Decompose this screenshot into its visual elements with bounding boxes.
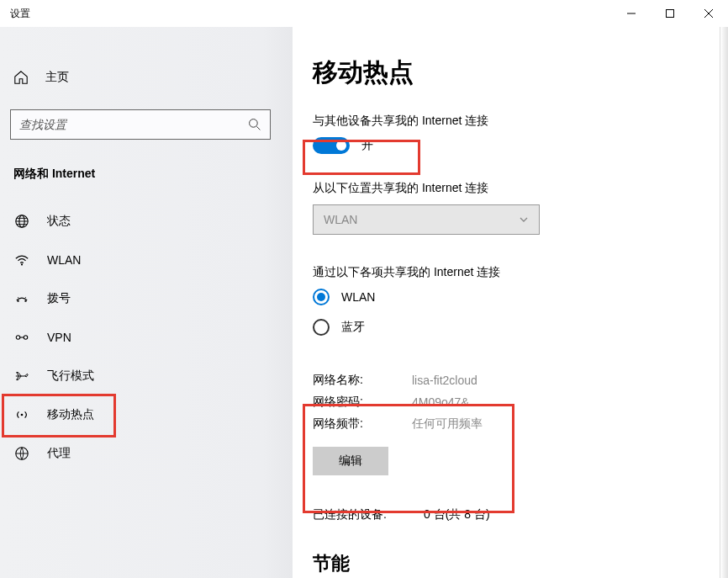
info-row-name: 网络名称: lisa-fit2cloud bbox=[313, 369, 728, 391]
radio-input[interactable] bbox=[313, 319, 330, 336]
page-title: 移动热点 bbox=[313, 56, 728, 90]
svg-point-6 bbox=[24, 300, 26, 302]
share-via-label: 通过以下各项共享我的 Internet 连接 bbox=[313, 265, 728, 280]
connected-value: 0 台(共 8 台) bbox=[424, 507, 490, 522]
network-info: 网络名称: lisa-fit2cloud 网络密码: 4M09o47& 网络频带… bbox=[313, 369, 728, 435]
toggle-knob bbox=[336, 141, 346, 151]
connected-devices: 已连接的设备: 0 台(共 8 台) bbox=[313, 507, 728, 522]
close-icon bbox=[704, 9, 713, 18]
airplane-icon bbox=[13, 369, 30, 384]
sidebar-item-label: 飞行模式 bbox=[47, 369, 94, 384]
info-row-password: 网络密码: 4M09o47& bbox=[313, 391, 728, 413]
svg-point-4 bbox=[21, 263, 23, 265]
window-controls bbox=[612, 0, 728, 27]
sidebar-item-airplane[interactable]: 飞行模式 bbox=[10, 357, 282, 395]
sidebar-item-label: WLAN bbox=[47, 253, 81, 267]
info-label: 网络名称: bbox=[313, 373, 412, 388]
search-icon bbox=[248, 118, 261, 131]
share-from-dropdown[interactable]: WLAN bbox=[313, 204, 540, 235]
minimize-icon bbox=[627, 9, 636, 18]
sidebar-item-label: VPN bbox=[47, 331, 71, 344]
search-input[interactable] bbox=[10, 109, 271, 140]
svg-point-7 bbox=[16, 336, 20, 340]
maximize-icon bbox=[666, 9, 674, 18]
window-title: 设置 bbox=[10, 7, 30, 21]
chevron-down-icon bbox=[519, 215, 529, 225]
globe-icon bbox=[13, 214, 30, 229]
svg-point-1 bbox=[250, 119, 258, 128]
home-icon bbox=[13, 70, 29, 85]
svg-rect-0 bbox=[667, 10, 674, 18]
share-toggle[interactable] bbox=[313, 137, 350, 154]
svg-point-5 bbox=[17, 300, 18, 302]
network-band-value: 任何可用频率 bbox=[412, 416, 483, 432]
dropdown-value: WLAN bbox=[324, 213, 357, 226]
edit-button[interactable]: 编辑 bbox=[313, 447, 388, 475]
sidebar-item-label: 代理 bbox=[47, 446, 71, 461]
info-label: 网络密码: bbox=[313, 395, 412, 410]
radio-bluetooth[interactable]: 蓝牙 bbox=[313, 319, 728, 336]
vpn-icon bbox=[13, 330, 30, 345]
network-name-value: lisa-fit2cloud bbox=[412, 374, 477, 387]
info-row-band: 网络频带: 任何可用频率 bbox=[313, 413, 728, 435]
sidebar-item-label: 拨号 bbox=[47, 291, 71, 306]
maximize-button[interactable] bbox=[651, 0, 689, 27]
minimize-button[interactable] bbox=[612, 0, 651, 27]
toggle-state: 开 bbox=[361, 138, 373, 153]
sidebar-item-vpn[interactable]: VPN bbox=[10, 318, 282, 357]
radio-input[interactable] bbox=[313, 289, 330, 305]
radio-wlan[interactable]: WLAN bbox=[313, 289, 728, 305]
search-field[interactable] bbox=[19, 118, 248, 131]
power-saving-heading: 节能 bbox=[313, 551, 728, 576]
sidebar-item-proxy[interactable]: 代理 bbox=[10, 434, 282, 473]
close-button[interactable] bbox=[689, 0, 728, 27]
sidebar-item-dialup[interactable]: 拨号 bbox=[10, 279, 282, 318]
main-content: 移动热点 与其他设备共享我的 Internet 连接 开 从以下位置共享我的 I… bbox=[293, 27, 728, 578]
network-password-value: 4M09o47& bbox=[412, 395, 469, 409]
svg-point-9 bbox=[21, 414, 24, 416]
dialup-icon bbox=[13, 291, 30, 306]
proxy-icon bbox=[13, 446, 30, 461]
wifi-icon bbox=[13, 252, 30, 268]
home-label: 主页 bbox=[45, 70, 69, 85]
radio-label: 蓝牙 bbox=[341, 320, 365, 335]
sidebar-item-status[interactable]: 状态 bbox=[10, 202, 282, 241]
category-header: 网络和 Internet bbox=[10, 167, 282, 182]
share-from-label: 从以下位置共享我的 Internet 连接 bbox=[313, 181, 728, 196]
right-edge-decoration bbox=[720, 27, 728, 578]
connected-label: 已连接的设备: bbox=[313, 507, 424, 522]
titlebar: 设置 bbox=[0, 0, 728, 27]
info-label: 网络频带: bbox=[313, 416, 412, 432]
sidebar: 主页 网络和 Internet 状态 WLAN 拨号 bbox=[0, 27, 293, 578]
sidebar-item-wlan[interactable]: WLAN bbox=[10, 241, 282, 279]
sidebar-item-hotspot[interactable]: 移动热点 bbox=[10, 395, 282, 434]
sidebar-item-label: 移动热点 bbox=[47, 407, 94, 422]
svg-point-8 bbox=[24, 336, 28, 340]
sidebar-item-label: 状态 bbox=[47, 214, 71, 229]
hotspot-icon bbox=[13, 407, 30, 422]
radio-label: WLAN bbox=[341, 290, 375, 304]
share-label: 与其他设备共享我的 Internet 连接 bbox=[313, 114, 728, 129]
sidebar-item-home[interactable]: 主页 bbox=[10, 59, 282, 96]
